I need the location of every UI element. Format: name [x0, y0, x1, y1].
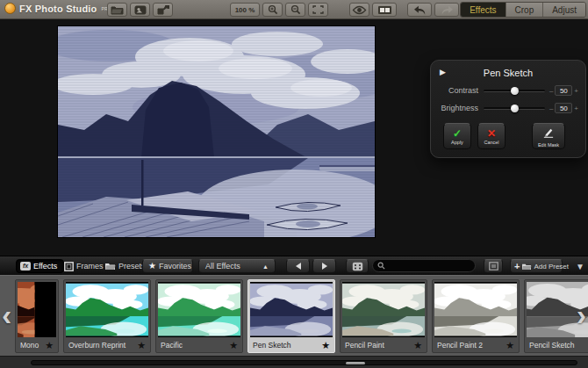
undo-button[interactable]: [407, 3, 432, 17]
thumbnail-pacific[interactable]: Pacific ★: [155, 279, 243, 353]
apply-button[interactable]: ✓ Apply: [443, 123, 471, 149]
tab-adjust[interactable]: Adjust: [542, 3, 585, 17]
add-preset-button[interactable]: + Add Preset: [510, 259, 563, 273]
brightness-value[interactable]: 50: [555, 103, 572, 113]
tab-crop[interactable]: Crop: [506, 3, 543, 17]
thumbnail-pencil-paint-2[interactable]: Pencil Paint 2 ★: [432, 279, 520, 353]
history-button-group: [407, 3, 459, 17]
frame-in-frame-icon: [489, 262, 498, 271]
thumbnail-list: Mono ★ Overburn Reprint ★ Pacific ★ Pen …: [15, 279, 588, 353]
save-photo-icon: [134, 5, 147, 15]
zoom-control-group: 100 %: [230, 3, 328, 17]
preset-folder-icon: [521, 263, 532, 271]
zoom-in-button[interactable]: [262, 3, 283, 17]
share-button[interactable]: [153, 3, 173, 17]
thumbnail-frame-toggle-button[interactable]: [484, 259, 503, 273]
workspace: ▶ Pen Sketch Contrast – 50 + Brightness: [0, 19, 588, 256]
favorite-star-icon[interactable]: ★: [506, 340, 514, 350]
search-field[interactable]: [372, 259, 476, 272]
thumbnail-pen-sketch[interactable]: Pen Sketch ★: [247, 279, 335, 353]
eye-icon: [352, 5, 367, 15]
favorites-button[interactable]: ★ Favorites: [142, 259, 193, 273]
search-input[interactable]: [385, 262, 470, 271]
app-logo-icon: [4, 3, 16, 14]
canvas-image: [58, 26, 375, 237]
brightness-slider-thumb[interactable]: [511, 105, 519, 112]
zoom-in-icon: [268, 4, 278, 15]
favorite-star-icon[interactable]: ★: [45, 340, 54, 350]
contrast-minus-button[interactable]: –: [549, 87, 553, 95]
split-view-button[interactable]: [372, 3, 397, 17]
search-icon: [377, 262, 385, 270]
effects-filter-dropdown[interactable]: All Effects ▲: [198, 259, 276, 273]
redo-icon: [440, 4, 455, 16]
app-logo: FX Photo Studio PRO: [4, 3, 111, 14]
file-button-group: [107, 3, 173, 17]
apply-check-icon: ✓: [453, 128, 462, 139]
collapse-panel-button[interactable]: ▼: [576, 259, 584, 273]
redo-button[interactable]: [434, 3, 459, 17]
brightness-minus-button[interactable]: –: [549, 105, 553, 112]
contrast-label: Contrast: [438, 86, 484, 95]
bottom-tab-effects[interactable]: fx Effects: [16, 259, 64, 273]
contrast-plus-button[interactable]: +: [574, 87, 578, 95]
scrollbar-thumb[interactable]: [346, 362, 365, 364]
dice-icon: [352, 262, 363, 271]
split-view-icon: [378, 6, 391, 14]
share-arrow-icon: [157, 5, 169, 15]
thumbnail-mono[interactable]: Mono ★: [15, 279, 59, 353]
favorite-star-icon[interactable]: ★: [137, 340, 146, 350]
brightness-slider-row: Brightness – 50 +: [438, 101, 578, 115]
thumbnail-pencil-paint[interactable]: Pencil Paint ★: [340, 279, 427, 353]
frames-icon: [64, 262, 74, 271]
plus-icon: +: [514, 261, 520, 271]
zoom-out-button[interactable]: [285, 3, 305, 17]
app-window: FX Photo Studio PRO 100 %: [0, 0, 588, 368]
cancel-button[interactable]: ✕ Cancel: [477, 123, 506, 149]
preview-play-icon[interactable]: ▶: [440, 67, 446, 77]
fit-to-screen-button[interactable]: [308, 3, 328, 17]
favorite-star-icon[interactable]: ★: [413, 340, 422, 350]
pen-icon: [542, 126, 555, 141]
presets-folder-icon: [104, 262, 116, 271]
contrast-value[interactable]: 50: [555, 85, 572, 96]
app-title: FX Photo Studio: [19, 4, 97, 14]
undo-icon: [412, 4, 427, 16]
effect-title: Pen Sketch: [438, 66, 578, 80]
dropdown-triangle-up-icon: ▲: [262, 263, 275, 270]
favorites-star-icon: ★: [148, 262, 156, 271]
prev-effect-button[interactable]: [286, 259, 310, 273]
contrast-slider[interactable]: [484, 90, 545, 92]
bottom-toolbar: fx Effects Frames Presets ★ Favorites Al…: [0, 256, 588, 275]
arrow-left-icon: [294, 262, 303, 271]
open-folder-icon: [111, 5, 124, 15]
open-button[interactable]: [107, 3, 127, 17]
brightness-label: Brightness: [438, 104, 484, 112]
scrollbar-track[interactable]: [31, 360, 577, 365]
effect-settings-panel: ▶ Pen Sketch Contrast – 50 + Brightness: [430, 60, 586, 158]
fx-icon: fx: [20, 262, 31, 271]
view-button-group: [349, 3, 397, 17]
tab-effects[interactable]: Effects: [461, 3, 505, 17]
save-button[interactable]: [130, 3, 150, 17]
contrast-slider-row: Contrast – 50 +: [438, 83, 578, 97]
cancel-cross-icon: ✕: [487, 128, 496, 139]
brightness-plus-button[interactable]: +: [574, 105, 578, 112]
preview-original-button[interactable]: [349, 3, 369, 17]
strip-scrollbar-row: [0, 356, 588, 368]
favorite-star-icon[interactable]: ★: [229, 340, 238, 350]
random-effect-button[interactable]: [346, 259, 369, 273]
thumbnail-overburn-reprint[interactable]: Overburn Reprint ★: [63, 279, 151, 353]
edit-mask-button[interactable]: Edit Mask: [532, 123, 565, 149]
fit-screen-icon: [312, 5, 324, 14]
contrast-slider-thumb[interactable]: [511, 87, 519, 95]
effects-thumbnail-strip: Mono ★ Overburn Reprint ★ Pacific ★ Pen …: [0, 275, 588, 356]
scroll-right-chevron[interactable]: ›: [577, 297, 586, 332]
arrow-right-icon: [320, 262, 329, 271]
favorite-star-icon[interactable]: ★: [321, 340, 330, 350]
zoom-level-display[interactable]: 100 %: [230, 3, 260, 17]
scroll-left-chevron[interactable]: ‹: [2, 297, 11, 332]
next-effect-button[interactable]: [312, 259, 336, 273]
mode-tabs: Effects Crop Adjust: [460, 2, 586, 18]
brightness-slider[interactable]: [484, 107, 545, 110]
